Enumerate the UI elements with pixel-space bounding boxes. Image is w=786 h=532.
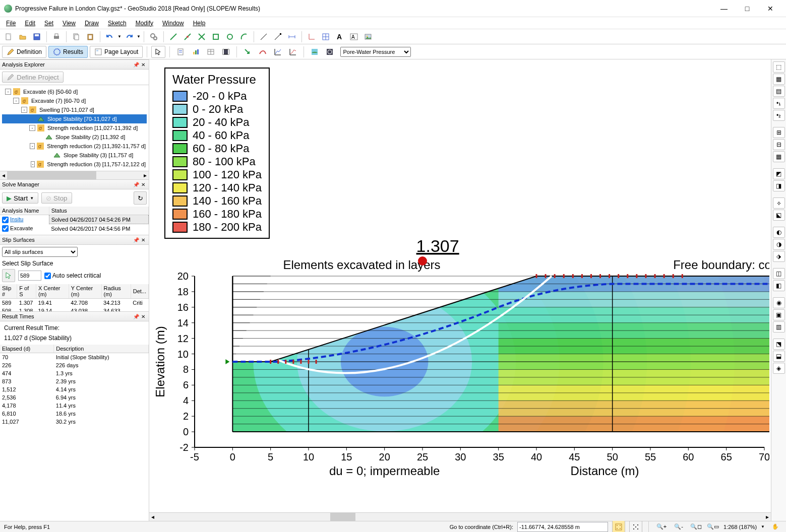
pan-button[interactable]: ✋ xyxy=(769,520,782,533)
right-tool-button[interactable]: ◫ xyxy=(773,268,785,279)
tree-item[interactable]: Slope Stability (2) [11,392 d] xyxy=(2,132,147,142)
pin-icon[interactable]: 📌 xyxy=(133,236,140,243)
column-header[interactable]: Y Center (m) xyxy=(69,284,101,299)
menu-view[interactable]: View xyxy=(58,19,80,28)
column-header[interactable]: X Center (m) xyxy=(36,284,69,299)
menu-window[interactable]: Window xyxy=(158,19,188,28)
tree-scrollbar-h[interactable]: ◂▸ xyxy=(0,171,149,179)
results-mode-button[interactable]: Results xyxy=(48,46,88,58)
right-tool-button[interactable]: •₂ xyxy=(773,110,785,121)
redo-button[interactable] xyxy=(123,30,136,43)
table-row[interactable]: 5081.30819.1443.03834.633 xyxy=(0,307,149,311)
copy-button[interactable] xyxy=(70,30,83,43)
right-tool-button[interactable]: ▤ xyxy=(773,86,785,97)
canvas-scrollbar-h[interactable]: ◂▸ xyxy=(149,512,771,521)
right-tool-button[interactable]: ◈ xyxy=(773,363,785,374)
close-panel-icon[interactable]: ✕ xyxy=(140,181,147,188)
tool-line[interactable] xyxy=(257,30,270,43)
draw-arrow[interactable] xyxy=(241,45,254,58)
draw-graph2[interactable] xyxy=(286,45,299,58)
tree-item[interactable]: -σStrength reduction [11,027-11,392 d] xyxy=(2,123,147,132)
table-row[interactable]: 11,02730.2 yrs xyxy=(0,418,149,426)
right-tool-button[interactable]: ⬔ xyxy=(773,339,785,350)
tool-text-region[interactable]: A xyxy=(347,30,360,43)
column-header[interactable]: Analysis Name xyxy=(0,207,49,215)
right-tool-button[interactable]: ◉ xyxy=(773,297,785,308)
right-tool-button[interactable]: ▥ xyxy=(773,321,785,332)
table-row[interactable]: 1,5124.14 yrs xyxy=(0,385,149,393)
pin-icon[interactable]: 📌 xyxy=(133,61,140,68)
table-row[interactable]: InsituSolved 04/26/2017 04:54:26 PM xyxy=(0,215,149,224)
close-panel-icon[interactable]: ✕ xyxy=(140,61,147,68)
draw-slip[interactable] xyxy=(256,45,269,58)
table-row[interactable]: 226226 days xyxy=(0,361,149,369)
menu-edit[interactable]: Edit xyxy=(21,19,39,28)
pin-icon[interactable]: 📌 xyxy=(133,181,140,188)
solve-checkbox[interactable] xyxy=(2,225,9,232)
tool-6[interactable] xyxy=(237,30,251,43)
tool-handle[interactable] xyxy=(271,30,284,43)
close-panel-icon[interactable]: ✕ xyxy=(140,236,147,243)
right-tool-button[interactable]: •₁ xyxy=(773,98,785,109)
minimize-button[interactable]: ― xyxy=(712,1,736,16)
view-4[interactable] xyxy=(219,45,232,58)
tree-item[interactable]: -σSwelling [70-11,027 d] xyxy=(2,105,147,114)
table-row[interactable]: 70Initial (Slope Stability) xyxy=(0,353,149,362)
right-tool-button[interactable]: ⬗ xyxy=(773,251,785,262)
right-tool-button[interactable]: ▦ xyxy=(773,74,785,85)
right-tool-button[interactable]: ◑ xyxy=(773,239,785,250)
mohr-button[interactable] xyxy=(323,45,336,58)
tool-2[interactable] xyxy=(181,30,194,43)
contour-button[interactable] xyxy=(308,45,321,58)
print-button[interactable] xyxy=(50,30,63,43)
solve-button[interactable] xyxy=(147,30,160,43)
right-tool-button[interactable]: ⟡ xyxy=(773,197,785,209)
menu-file[interactable]: File xyxy=(2,19,20,28)
right-tool-button[interactable]: ▣ xyxy=(773,309,785,320)
right-tool-button[interactable]: ⬕ xyxy=(773,210,785,221)
tool-3[interactable] xyxy=(195,30,208,43)
view-1[interactable] xyxy=(174,45,187,58)
right-tool-button[interactable]: ⊟ xyxy=(773,139,785,150)
zoom-window-button[interactable]: 🔍▭ xyxy=(706,520,719,533)
undo-button[interactable] xyxy=(103,30,116,43)
open-file-button[interactable] xyxy=(16,30,29,43)
tool-text[interactable]: A xyxy=(333,30,346,43)
table-row[interactable]: 4,17811.4 yrs xyxy=(0,402,149,410)
menu-draw[interactable]: Draw xyxy=(81,19,103,28)
save-button[interactable] xyxy=(30,30,43,43)
solve-checkbox[interactable] xyxy=(2,217,9,223)
right-tool-button[interactable]: ◐ xyxy=(773,227,785,238)
menu-set[interactable]: Set xyxy=(40,19,57,28)
tool-5[interactable] xyxy=(223,30,236,43)
definition-mode-button[interactable]: Definition xyxy=(2,46,46,58)
column-header[interactable]: Status xyxy=(49,207,148,215)
tool-image[interactable] xyxy=(361,30,375,43)
right-tool-button[interactable]: ◧ xyxy=(773,280,785,291)
tool-grid[interactable] xyxy=(319,30,332,43)
table-row[interactable]: 6,81018.6 yrs xyxy=(0,410,149,418)
column-header[interactable]: F of S xyxy=(17,284,36,299)
start-button[interactable]: ▶Start▼ xyxy=(2,192,38,204)
tool-axis[interactable] xyxy=(305,30,318,43)
right-tool-button[interactable]: ⊞ xyxy=(773,127,785,138)
select-slip-pointer[interactable] xyxy=(2,269,15,282)
right-tool-button[interactable]: ◩ xyxy=(773,168,785,179)
column-header[interactable]: Det... xyxy=(131,284,148,299)
table-row[interactable]: 5891.30719.4142.70834.213Criti xyxy=(0,299,149,307)
draw-graph1[interactable] xyxy=(271,45,284,58)
refresh-button[interactable]: ↻ xyxy=(134,191,147,205)
column-header[interactable]: Radius (m) xyxy=(101,284,131,299)
result-field-select[interactable]: Pore-Water Pressure xyxy=(340,47,411,57)
snap-grid-button[interactable] xyxy=(612,520,625,533)
column-header[interactable]: Description xyxy=(54,345,149,353)
tree-item[interactable]: Slope Stability (4) [12,122 d] xyxy=(2,169,147,171)
tree-item[interactable]: -σExcavate (7) [60-70 d] xyxy=(2,96,147,105)
column-header[interactable]: Slip # xyxy=(0,284,17,299)
pointer-button[interactable] xyxy=(151,46,165,58)
tree-item[interactable]: Slope Stability [70-11,027 d] xyxy=(2,114,147,123)
new-file-button[interactable] xyxy=(2,30,15,43)
view-2[interactable] xyxy=(189,45,202,58)
pin-icon[interactable]: 📌 xyxy=(133,313,140,320)
maximize-button[interactable]: □ xyxy=(736,1,759,16)
